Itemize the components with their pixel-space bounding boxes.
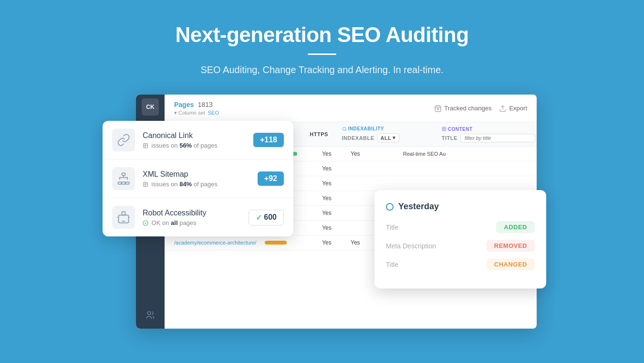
row-title: Real-time SEO Au xyxy=(398,151,494,157)
change-field-meta: Meta Description xyxy=(386,242,436,250)
hero-title: Next-generation SEO Auditing xyxy=(0,23,644,47)
title-filter: TITLE xyxy=(442,134,537,142)
issue-item-canonical: Canonical Link issues on 56% of pages +1… xyxy=(103,121,293,160)
change-status-changed: CHANGED xyxy=(487,258,535,270)
export-btn[interactable]: Export xyxy=(499,105,527,112)
title-filter-input[interactable] xyxy=(460,134,535,142)
issue-detail-sitemap: issues on 84% of pages xyxy=(143,181,250,188)
row-https: Yes xyxy=(308,224,346,231)
row-indexable: Yes xyxy=(346,150,398,157)
issues-panel: Canonical Link issues on 56% of pages +1… xyxy=(103,121,293,236)
health-bar-orange xyxy=(265,241,287,245)
row-https: Yes xyxy=(308,195,346,202)
changes-date: Yesterday xyxy=(398,202,439,212)
row-https: Yes xyxy=(308,165,346,172)
issue-icon-link xyxy=(112,128,135,151)
svg-point-1 xyxy=(147,312,151,315)
change-status-added: ADDED xyxy=(496,221,535,233)
issue-content-sitemap: XML Sitemap issues on 84% of pages xyxy=(143,170,250,188)
svg-point-4 xyxy=(343,127,346,130)
issue-icon-sitemap xyxy=(112,167,135,190)
issue-badge-canonical: +118 xyxy=(253,133,284,147)
change-row-title-changed: Title CHANGED xyxy=(386,258,535,270)
column-set: ▾ Column set SEO xyxy=(174,110,219,116)
issue-name-robot: Robot Accessibility xyxy=(143,209,241,217)
row-https: Yes xyxy=(308,180,346,187)
tracked-changes-btn[interactable]: Tracked changes xyxy=(434,105,491,112)
issue-item-sitemap: XML Sitemap issues on 84% of pages +92 xyxy=(103,160,293,198)
issue-name-sitemap: XML Sitemap xyxy=(143,170,250,179)
svg-rect-7 xyxy=(122,173,125,175)
svg-rect-10 xyxy=(126,182,129,184)
avatar: CK xyxy=(142,98,159,116)
change-status-removed: REMOVED xyxy=(487,240,535,252)
issue-detail-robot: OK on all pages xyxy=(143,219,241,226)
row-url: /academy/ecommerce-architecture/ xyxy=(165,240,260,246)
col-header-indexability-group: Indexability INDEXABLE All ▾ xyxy=(337,126,437,142)
issue-item-robot: Robot Accessibility OK on all pages ✓ 60… xyxy=(103,198,293,236)
issue-badge-robot: ✓ 600 xyxy=(249,210,284,225)
issue-name-canonical: Canonical Link xyxy=(143,131,246,140)
col-header-content-group: Content TITLE xyxy=(437,127,537,142)
sidebar-icon-users[interactable] xyxy=(142,307,159,324)
content-tag: Content xyxy=(442,127,537,132)
svg-rect-12 xyxy=(119,215,129,223)
header-right: Tracked changes Export xyxy=(434,105,527,112)
changes-header: Yesterday xyxy=(386,202,535,212)
header-left: Pages 1813 ▾ Column set SEO xyxy=(174,100,219,116)
issue-detail-canonical: issues on 56% of pages xyxy=(143,142,246,149)
indexable-select[interactable]: All ▾ xyxy=(377,133,399,142)
check-icon: ✓ xyxy=(256,213,262,222)
row-https: Yes xyxy=(308,150,346,157)
hero-divider xyxy=(308,53,336,55)
issue-icon-robot xyxy=(112,206,135,229)
hero-subtitle: SEO Auditing, Change Tracking and Alerti… xyxy=(0,64,644,75)
change-field-title1: Title xyxy=(386,224,398,231)
col-header-https: HTTPS xyxy=(301,131,337,137)
issue-badge-sitemap: +92 xyxy=(258,171,284,186)
pages-label: Pages xyxy=(174,101,194,108)
panel-header: Pages 1813 ▾ Column set SEO Tracked chan… xyxy=(165,95,537,122)
ui-mockup: CK Pages 1813 xyxy=(107,95,537,329)
hero-section: Next-generation SEO Auditing SEO Auditin… xyxy=(0,0,644,90)
change-row-title-added: Title ADDED xyxy=(386,221,535,233)
svg-rect-8 xyxy=(118,182,121,184)
row-https: Yes xyxy=(308,239,346,246)
change-field-title2: Title xyxy=(386,261,398,268)
changes-dot-icon xyxy=(386,203,394,211)
health-bar-container xyxy=(260,241,308,245)
changes-panel: Yesterday Title ADDED Meta Description R… xyxy=(374,190,546,288)
row-https: Yes xyxy=(308,210,346,216)
svg-point-3 xyxy=(437,108,439,110)
indexable-filter: INDEXABLE All ▾ xyxy=(342,133,437,142)
indexability-tag: Indexability xyxy=(342,126,437,131)
pages-title: Pages 1813 xyxy=(174,100,219,109)
svg-rect-9 xyxy=(122,182,125,184)
issue-content-canonical: Canonical Link issues on 56% of pages xyxy=(143,131,246,149)
change-row-meta-removed: Meta Description REMOVED xyxy=(386,240,535,252)
pages-count: 1813 xyxy=(198,101,213,108)
issue-content-robot: Robot Accessibility OK on all pages xyxy=(143,209,241,226)
